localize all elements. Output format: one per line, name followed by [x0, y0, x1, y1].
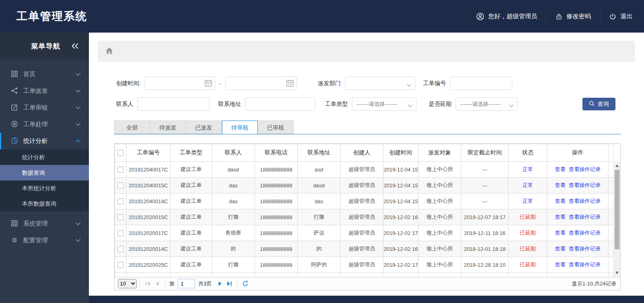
- process-icon: [11, 121, 18, 129]
- scroll-down-icon[interactable]: [615, 272, 619, 274]
- last-page-button[interactable]: [224, 281, 234, 286]
- order-type-select[interactable]: -------请选择-------: [352, 97, 416, 111]
- view-link[interactable]: 查看: [555, 261, 566, 268]
- row-checkbox[interactable]: [117, 262, 124, 268]
- cell: 2019-12-02 17: [383, 257, 418, 273]
- cell: dasd: [212, 162, 255, 178]
- view-link[interactable]: 查看: [555, 182, 566, 188]
- status-badge: 已延期: [509, 257, 547, 273]
- row-checkbox[interactable]: [117, 182, 124, 189]
- cell: das: [212, 193, 255, 209]
- scrollbar-thumb[interactable]: [615, 170, 620, 249]
- order-no-input[interactable]: [450, 77, 512, 90]
- sidebar-collapse-icon[interactable]: [71, 43, 79, 49]
- view-link[interactable]: 查看: [555, 230, 566, 236]
- work-order-table: 工单编号工单类型联系人联系电话联系地址创建人创建时间派发对象限定截止时间状态操作…: [114, 143, 621, 277]
- tab-to-review[interactable]: 待审核: [222, 121, 258, 134]
- row-checkbox[interactable]: [117, 167, 124, 173]
- row-checkbox[interactable]: [117, 246, 124, 252]
- sidebar-subitem-local-statistics[interactable]: 本所统计分析: [0, 180, 89, 196]
- user-greeting[interactable]: 您好，超级管理员: [476, 13, 537, 20]
- top-header: 工单管理系统 您好，超级管理员 修改密码 退出: [0, 0, 644, 33]
- sidebar-subitem-statistics-analysis[interactable]: 统计分析: [0, 149, 89, 165]
- address-input[interactable]: [245, 97, 315, 111]
- home-icon[interactable]: [105, 47, 113, 56]
- status-badge: 正常: [509, 193, 547, 209]
- calendar-icon[interactable]: [286, 79, 294, 88]
- cell: 建议工单: [170, 178, 212, 193]
- sidebar-item-system[interactable]: 系统管理: [0, 215, 89, 232]
- sidebar-item-process[interactable]: 工单处理: [0, 116, 89, 133]
- tab-dispatched[interactable]: 已派发: [186, 121, 222, 134]
- tab-reviewed[interactable]: 已审核: [258, 121, 294, 134]
- view-log-link[interactable]: 查看操作记录: [569, 214, 601, 220]
- table-header-row: 工单编号工单类型联系人联系电话联系地址创建人创建时间派发对象限定截止时间状态操作: [115, 144, 614, 162]
- contact-input[interactable]: [137, 97, 209, 111]
- cell: 201912020014C: [126, 241, 170, 257]
- search-button[interactable]: 查询: [582, 98, 615, 110]
- dispatch-dept-select[interactable]: [345, 77, 415, 90]
- view-link[interactable]: 查看: [555, 198, 566, 204]
- row-checkbox[interactable]: [117, 214, 124, 220]
- change-password-button[interactable]: 修改密码: [555, 13, 591, 20]
- calendar-icon[interactable]: [204, 79, 212, 88]
- sidebar-item-label: 工单处理: [23, 121, 48, 128]
- delay-select[interactable]: -------请选择-------: [456, 97, 518, 111]
- cell: 18888888888: [255, 209, 298, 225]
- prev-page-button[interactable]: [153, 281, 162, 286]
- column-header: 派发对象: [418, 144, 461, 162]
- view-link[interactable]: 查看: [555, 166, 566, 172]
- cell: 墩上中心所: [418, 241, 461, 257]
- search-button-label: 查询: [598, 101, 609, 108]
- sidebar-item-dispatch[interactable]: 工单派发: [0, 83, 89, 99]
- cell: 2019-12-11 18:16: [461, 225, 509, 241]
- view-link[interactable]: 查看: [555, 246, 566, 252]
- logout-button[interactable]: 退出: [609, 13, 633, 20]
- page-number-input[interactable]: [178, 279, 195, 288]
- sidebar-item-review[interactable]: 工单审核: [0, 99, 89, 116]
- view-log-link[interactable]: 查看操作记录: [569, 182, 601, 188]
- sidebar-item-label: 工单派发: [23, 87, 48, 95]
- refresh-button[interactable]: [241, 281, 250, 287]
- cell: 墩上中心所: [418, 209, 461, 225]
- view-log-link[interactable]: 查看操作记录: [569, 230, 601, 236]
- chevron-up-icon: [75, 139, 81, 143]
- column-header: 联系地址: [298, 144, 341, 162]
- select-all-checkbox[interactable]: [117, 150, 124, 156]
- cell: 墩上中心所: [418, 162, 461, 178]
- tab-to-dispatch[interactable]: 待派发: [150, 121, 186, 134]
- view-log-link[interactable]: 查看操作记录: [569, 198, 601, 204]
- sidebar-item-home[interactable]: 首页: [0, 66, 89, 83]
- view-log-link[interactable]: 查看操作记录: [569, 246, 601, 252]
- scroll-up-icon[interactable]: [615, 165, 619, 167]
- chevron-down-icon: [75, 72, 81, 76]
- next-page-button[interactable]: [216, 281, 224, 286]
- first-page-button[interactable]: [144, 281, 153, 286]
- tab-all[interactable]: 全部: [114, 121, 150, 134]
- sidebar-item-statistics[interactable]: 统计分析: [0, 133, 89, 149]
- column-header: 联系电话: [255, 144, 298, 162]
- table-row: 201912040014C建议工单das18888888888das超级管理员2…: [115, 193, 614, 209]
- range-separator: -: [219, 80, 221, 87]
- grid-icon: [11, 220, 18, 228]
- grid-icon: [11, 70, 18, 79]
- column-header: 工单编号: [126, 144, 170, 162]
- cell: 超级管理员: [341, 209, 383, 225]
- table-row: 201912020025C建议工单打撒18888888888阿萨的超级管理员20…: [115, 257, 614, 273]
- view-link[interactable]: 查看: [555, 214, 566, 220]
- sidebar-item-config[interactable]: 配置管理: [0, 232, 89, 249]
- sidebar-subitem-data-query[interactable]: 数据查询: [0, 165, 89, 180]
- cell: 201912020015C: [126, 209, 170, 225]
- view-log-link[interactable]: 查看操作记录: [569, 166, 601, 172]
- sidebar-subitem-local-data-query[interactable]: 本所数据查询: [0, 196, 89, 211]
- cell: 2018-12-01 18:18: [461, 241, 509, 257]
- row-checkbox[interactable]: [117, 230, 124, 236]
- chevron-down-icon: [75, 222, 81, 226]
- view-log-link[interactable]: 查看操作记录: [569, 261, 601, 268]
- column-header: 工单类型: [170, 144, 212, 162]
- vertical-scrollbar[interactable]: [613, 162, 620, 277]
- cell: 2019-12-02 17: [383, 225, 418, 241]
- page-size-select[interactable]: 10: [118, 279, 137, 288]
- cell: ---: [461, 193, 509, 209]
- row-checkbox[interactable]: [117, 198, 124, 204]
